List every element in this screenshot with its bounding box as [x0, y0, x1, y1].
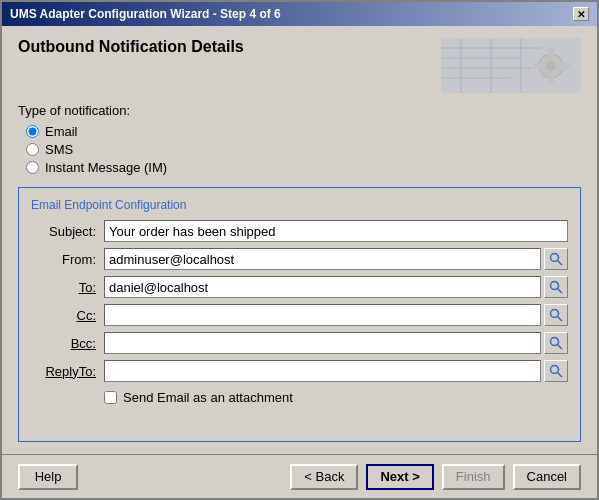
help-button[interactable]: Help — [18, 464, 78, 490]
svg-line-19 — [558, 289, 563, 294]
radio-email-label: Email — [45, 124, 78, 139]
bcc-search-button[interactable] — [544, 332, 568, 354]
from-search-button[interactable] — [544, 248, 568, 270]
from-input[interactable] — [104, 248, 541, 270]
svg-line-17 — [558, 261, 563, 266]
to-input[interactable] — [104, 276, 541, 298]
content-area: Outbound Notification Details — [2, 26, 597, 454]
search-icon — [549, 364, 563, 378]
notification-type-label: Type of notification: — [18, 103, 581, 118]
replyto-label: ReplyTo: — [31, 364, 96, 379]
radio-sms-label: SMS — [45, 142, 73, 157]
from-label: From: — [31, 252, 96, 267]
gear-decoration — [441, 38, 581, 93]
finish-button[interactable]: Finish — [442, 464, 505, 490]
wizard-window: UMS Adapter Configuration Wizard - Step … — [0, 0, 599, 500]
radio-email-input[interactable] — [26, 125, 39, 138]
replyto-search-button[interactable] — [544, 360, 568, 382]
back-button[interactable]: < Back — [290, 464, 358, 490]
subject-row: Subject: — [31, 220, 568, 242]
footer-left: Help — [18, 464, 78, 490]
cc-row: Cc: — [31, 304, 568, 326]
to-search-button[interactable] — [544, 276, 568, 298]
search-icon — [549, 280, 563, 294]
radio-email[interactable]: Email — [26, 124, 581, 139]
radio-sms-input[interactable] — [26, 143, 39, 156]
to-row: To: — [31, 276, 568, 298]
attachment-row: Send Email as an attachment — [104, 390, 568, 405]
radio-group: Email SMS Instant Message (IM) — [26, 124, 581, 175]
svg-rect-11 — [548, 75, 554, 83]
radio-im-input[interactable] — [26, 161, 39, 174]
to-label: To: — [31, 280, 96, 295]
bcc-row: Bcc: — [31, 332, 568, 354]
close-button[interactable]: ✕ — [573, 7, 589, 21]
next-button[interactable]: Next > — [366, 464, 433, 490]
page-title: Outbound Notification Details — [18, 38, 244, 56]
footer-right: < Back Next > Finish Cancel — [290, 464, 581, 490]
from-row: From: — [31, 248, 568, 270]
search-icon — [549, 252, 563, 266]
search-icon — [549, 308, 563, 322]
svg-point-18 — [551, 282, 559, 290]
radio-im[interactable]: Instant Message (IM) — [26, 160, 581, 175]
svg-line-25 — [558, 373, 563, 378]
window-title: UMS Adapter Configuration Wizard - Step … — [10, 7, 281, 21]
svg-point-20 — [551, 310, 559, 318]
svg-point-16 — [551, 254, 559, 262]
section-title: Email Endpoint Configuration — [31, 198, 568, 212]
cc-search-button[interactable] — [544, 304, 568, 326]
replyto-input[interactable] — [104, 360, 541, 382]
cancel-button[interactable]: Cancel — [513, 464, 581, 490]
svg-rect-12 — [534, 63, 542, 69]
replyto-row: ReplyTo: — [31, 360, 568, 382]
cc-label: Cc: — [31, 308, 96, 323]
radio-im-label: Instant Message (IM) — [45, 160, 167, 175]
svg-line-23 — [558, 345, 563, 350]
footer: Help < Back Next > Finish Cancel — [2, 454, 597, 498]
svg-point-22 — [551, 338, 559, 346]
subject-label: Subject: — [31, 224, 96, 239]
attachment-checkbox[interactable] — [104, 391, 117, 404]
bcc-input[interactable] — [104, 332, 541, 354]
search-icon — [549, 336, 563, 350]
title-bar: UMS Adapter Configuration Wizard - Step … — [2, 2, 597, 26]
svg-line-21 — [558, 317, 563, 322]
attachment-label[interactable]: Send Email as an attachment — [123, 390, 293, 405]
svg-point-24 — [551, 366, 559, 374]
subject-input[interactable] — [104, 220, 568, 242]
email-config-section: Email Endpoint Configuration Subject: Fr… — [18, 187, 581, 442]
cc-input[interactable] — [104, 304, 541, 326]
svg-point-9 — [546, 61, 556, 71]
bcc-label: Bcc: — [31, 336, 96, 351]
radio-sms[interactable]: SMS — [26, 142, 581, 157]
